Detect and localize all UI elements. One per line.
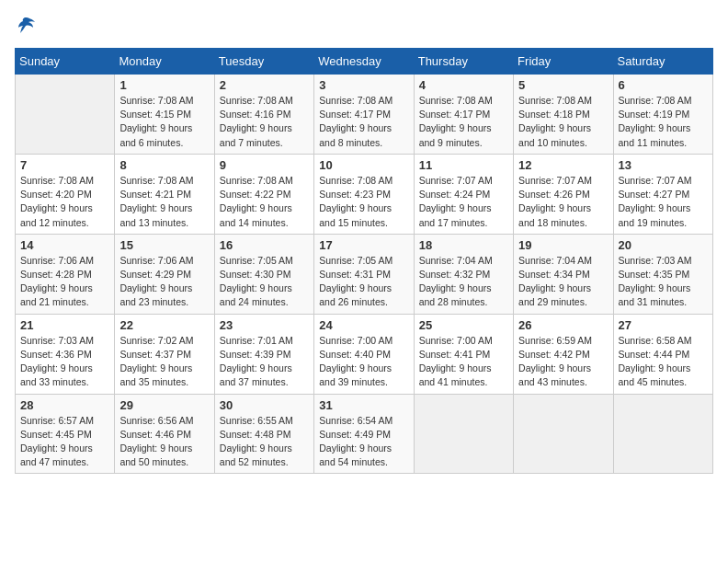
day-info: Sunrise: 7:08 AMSunset: 4:20 PMDaylight:… bbox=[20, 174, 109, 230]
calendar-cell: 21Sunrise: 7:03 AMSunset: 4:36 PMDayligh… bbox=[16, 314, 115, 394]
calendar-week-row: 21Sunrise: 7:03 AMSunset: 4:36 PMDayligh… bbox=[16, 314, 713, 394]
day-number: 2 bbox=[220, 78, 309, 92]
day-number: 30 bbox=[220, 398, 309, 412]
day-info: Sunrise: 7:08 AMSunset: 4:16 PMDaylight:… bbox=[220, 94, 309, 150]
day-info: Sunrise: 7:03 AMSunset: 4:35 PMDaylight:… bbox=[619, 254, 708, 310]
calendar-table: SundayMondayTuesdayWednesdayThursdayFrid… bbox=[15, 48, 713, 474]
logo bbox=[15, 15, 40, 37]
calendar-cell: 15Sunrise: 7:06 AMSunset: 4:29 PMDayligh… bbox=[115, 234, 214, 314]
day-number: 10 bbox=[319, 158, 408, 172]
day-number: 11 bbox=[419, 158, 508, 172]
day-info: Sunrise: 7:05 AMSunset: 4:30 PMDaylight:… bbox=[220, 254, 309, 310]
day-number: 17 bbox=[319, 238, 408, 252]
calendar-cell: 22Sunrise: 7:02 AMSunset: 4:37 PMDayligh… bbox=[115, 314, 214, 394]
day-number: 8 bbox=[119, 158, 209, 172]
calendar-week-row: 28Sunrise: 6:57 AMSunset: 4:45 PMDayligh… bbox=[16, 394, 713, 474]
day-info: Sunrise: 7:08 AMSunset: 4:22 PMDaylight:… bbox=[220, 174, 309, 230]
day-number: 26 bbox=[518, 318, 608, 332]
day-info: Sunrise: 7:08 AMSunset: 4:23 PMDaylight:… bbox=[319, 174, 408, 230]
day-info: Sunrise: 7:06 AMSunset: 4:29 PMDaylight:… bbox=[119, 254, 209, 310]
day-number: 19 bbox=[518, 238, 608, 252]
calendar-cell bbox=[16, 75, 115, 155]
calendar-cell: 2Sunrise: 7:08 AMSunset: 4:16 PMDaylight… bbox=[214, 75, 313, 155]
calendar-cell: 14Sunrise: 7:06 AMSunset: 4:28 PMDayligh… bbox=[16, 234, 115, 314]
day-info: Sunrise: 7:08 AMSunset: 4:21 PMDaylight:… bbox=[119, 174, 209, 230]
day-number: 4 bbox=[419, 78, 508, 92]
page-header bbox=[15, 15, 713, 37]
calendar-week-row: 7Sunrise: 7:08 AMSunset: 4:20 PMDaylight… bbox=[16, 154, 713, 234]
weekday-header-friday: Friday bbox=[514, 49, 613, 75]
day-number: 27 bbox=[619, 318, 708, 332]
day-number: 24 bbox=[319, 318, 408, 332]
weekday-header-row: SundayMondayTuesdayWednesdayThursdayFrid… bbox=[16, 49, 713, 75]
day-number: 20 bbox=[619, 238, 708, 252]
day-number: 16 bbox=[220, 238, 309, 252]
day-info: Sunrise: 7:08 AMSunset: 4:17 PMDaylight:… bbox=[319, 94, 408, 150]
calendar-cell: 1Sunrise: 7:08 AMSunset: 4:15 PMDaylight… bbox=[115, 75, 214, 155]
day-info: Sunrise: 7:05 AMSunset: 4:31 PMDaylight:… bbox=[319, 254, 408, 310]
calendar-cell: 3Sunrise: 7:08 AMSunset: 4:17 PMDaylight… bbox=[314, 75, 414, 155]
day-info: Sunrise: 6:59 AMSunset: 4:42 PMDaylight:… bbox=[518, 334, 608, 390]
day-number: 21 bbox=[20, 318, 109, 332]
day-number: 15 bbox=[119, 238, 209, 252]
day-info: Sunrise: 6:58 AMSunset: 4:44 PMDaylight:… bbox=[619, 334, 708, 390]
calendar-cell: 27Sunrise: 6:58 AMSunset: 4:44 PMDayligh… bbox=[613, 314, 712, 394]
calendar-cell: 5Sunrise: 7:08 AMSunset: 4:18 PMDaylight… bbox=[514, 75, 613, 155]
calendar-cell: 12Sunrise: 7:07 AMSunset: 4:26 PMDayligh… bbox=[514, 154, 613, 234]
calendar-cell bbox=[514, 394, 613, 474]
calendar-cell: 13Sunrise: 7:07 AMSunset: 4:27 PMDayligh… bbox=[613, 154, 712, 234]
day-number: 12 bbox=[518, 158, 608, 172]
day-number: 29 bbox=[119, 398, 209, 412]
day-number: 7 bbox=[20, 158, 109, 172]
day-info: Sunrise: 7:06 AMSunset: 4:28 PMDaylight:… bbox=[20, 254, 109, 310]
day-number: 1 bbox=[119, 78, 209, 92]
day-info: Sunrise: 7:04 AMSunset: 4:32 PMDaylight:… bbox=[419, 254, 508, 310]
day-info: Sunrise: 7:03 AMSunset: 4:36 PMDaylight:… bbox=[20, 334, 109, 390]
weekday-header-tuesday: Tuesday bbox=[214, 49, 313, 75]
calendar-cell: 9Sunrise: 7:08 AMSunset: 4:22 PMDaylight… bbox=[214, 154, 313, 234]
day-number: 31 bbox=[319, 398, 408, 412]
day-info: Sunrise: 7:00 AMSunset: 4:40 PMDaylight:… bbox=[319, 334, 408, 390]
day-number: 28 bbox=[20, 398, 109, 412]
day-info: Sunrise: 7:08 AMSunset: 4:17 PMDaylight:… bbox=[419, 94, 508, 150]
calendar-cell: 10Sunrise: 7:08 AMSunset: 4:23 PMDayligh… bbox=[314, 154, 414, 234]
weekday-header-sunday: Sunday bbox=[16, 49, 115, 75]
day-info: Sunrise: 7:01 AMSunset: 4:39 PMDaylight:… bbox=[220, 334, 309, 390]
calendar-cell: 30Sunrise: 6:55 AMSunset: 4:48 PMDayligh… bbox=[214, 394, 313, 474]
day-info: Sunrise: 7:04 AMSunset: 4:34 PMDaylight:… bbox=[518, 254, 608, 310]
calendar-cell: 20Sunrise: 7:03 AMSunset: 4:35 PMDayligh… bbox=[613, 234, 712, 314]
day-number: 6 bbox=[619, 78, 708, 92]
calendar-cell: 4Sunrise: 7:08 AMSunset: 4:17 PMDaylight… bbox=[414, 75, 513, 155]
calendar-cell bbox=[414, 394, 513, 474]
calendar-cell: 18Sunrise: 7:04 AMSunset: 4:32 PMDayligh… bbox=[414, 234, 513, 314]
day-info: Sunrise: 6:55 AMSunset: 4:48 PMDaylight:… bbox=[220, 414, 309, 470]
calendar-cell: 8Sunrise: 7:08 AMSunset: 4:21 PMDaylight… bbox=[115, 154, 214, 234]
calendar-cell: 19Sunrise: 7:04 AMSunset: 4:34 PMDayligh… bbox=[514, 234, 613, 314]
day-number: 5 bbox=[518, 78, 608, 92]
calendar-cell: 28Sunrise: 6:57 AMSunset: 4:45 PMDayligh… bbox=[16, 394, 115, 474]
weekday-header-thursday: Thursday bbox=[414, 49, 513, 75]
weekday-header-wednesday: Wednesday bbox=[314, 49, 414, 75]
calendar-cell: 7Sunrise: 7:08 AMSunset: 4:20 PMDaylight… bbox=[16, 154, 115, 234]
day-info: Sunrise: 6:57 AMSunset: 4:45 PMDaylight:… bbox=[20, 414, 109, 470]
calendar-cell: 6Sunrise: 7:08 AMSunset: 4:19 PMDaylight… bbox=[613, 75, 712, 155]
day-number: 13 bbox=[619, 158, 708, 172]
day-number: 3 bbox=[319, 78, 408, 92]
calendar-week-row: 14Sunrise: 7:06 AMSunset: 4:28 PMDayligh… bbox=[16, 234, 713, 314]
calendar-cell bbox=[613, 394, 712, 474]
day-number: 25 bbox=[419, 318, 508, 332]
calendar-cell: 26Sunrise: 6:59 AMSunset: 4:42 PMDayligh… bbox=[514, 314, 613, 394]
day-number: 14 bbox=[20, 238, 109, 252]
calendar-week-row: 1Sunrise: 7:08 AMSunset: 4:15 PMDaylight… bbox=[16, 75, 713, 155]
day-info: Sunrise: 6:54 AMSunset: 4:49 PMDaylight:… bbox=[319, 414, 408, 470]
calendar-cell: 23Sunrise: 7:01 AMSunset: 4:39 PMDayligh… bbox=[214, 314, 313, 394]
day-number: 23 bbox=[220, 318, 309, 332]
day-info: Sunrise: 7:08 AMSunset: 4:19 PMDaylight:… bbox=[619, 94, 708, 150]
day-number: 18 bbox=[419, 238, 508, 252]
calendar-cell: 31Sunrise: 6:54 AMSunset: 4:49 PMDayligh… bbox=[314, 394, 414, 474]
weekday-header-monday: Monday bbox=[115, 49, 214, 75]
logo-icon bbox=[15, 15, 37, 37]
day-number: 9 bbox=[220, 158, 309, 172]
weekday-header-saturday: Saturday bbox=[613, 49, 712, 75]
calendar-cell: 29Sunrise: 6:56 AMSunset: 4:46 PMDayligh… bbox=[115, 394, 214, 474]
